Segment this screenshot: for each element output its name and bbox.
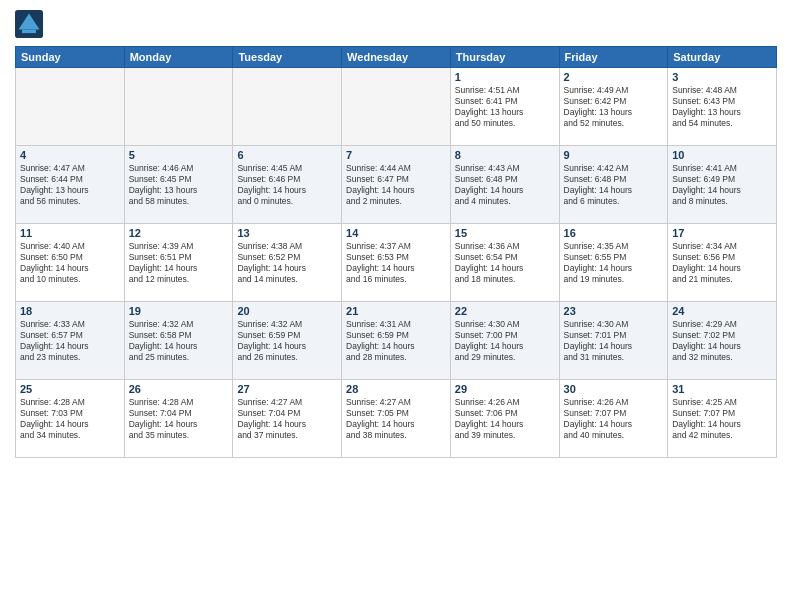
day-number: 27 [237, 383, 337, 395]
day-number: 7 [346, 149, 446, 161]
calendar-cell: 12Sunrise: 4:39 AMSunset: 6:51 PMDayligh… [124, 224, 233, 302]
calendar-row-4: 18Sunrise: 4:33 AMSunset: 6:57 PMDayligh… [16, 302, 777, 380]
day-number: 24 [672, 305, 772, 317]
day-number: 2 [564, 71, 664, 83]
day-info: Sunrise: 4:26 AMSunset: 7:06 PMDaylight:… [455, 397, 555, 441]
calendar-cell [16, 68, 125, 146]
calendar-row-3: 11Sunrise: 4:40 AMSunset: 6:50 PMDayligh… [16, 224, 777, 302]
day-number: 23 [564, 305, 664, 317]
calendar-cell: 20Sunrise: 4:32 AMSunset: 6:59 PMDayligh… [233, 302, 342, 380]
day-number: 12 [129, 227, 229, 239]
calendar-cell: 8Sunrise: 4:43 AMSunset: 6:48 PMDaylight… [450, 146, 559, 224]
calendar: SundayMondayTuesdayWednesdayThursdayFrid… [15, 46, 777, 458]
calendar-cell: 4Sunrise: 4:47 AMSunset: 6:44 PMDaylight… [16, 146, 125, 224]
calendar-cell: 2Sunrise: 4:49 AMSunset: 6:42 PMDaylight… [559, 68, 668, 146]
day-info: Sunrise: 4:26 AMSunset: 7:07 PMDaylight:… [564, 397, 664, 441]
day-info: Sunrise: 4:28 AMSunset: 7:04 PMDaylight:… [129, 397, 229, 441]
day-info: Sunrise: 4:36 AMSunset: 6:54 PMDaylight:… [455, 241, 555, 285]
calendar-cell: 31Sunrise: 4:25 AMSunset: 7:07 PMDayligh… [668, 380, 777, 458]
day-info: Sunrise: 4:40 AMSunset: 6:50 PMDaylight:… [20, 241, 120, 285]
day-number: 11 [20, 227, 120, 239]
day-number: 26 [129, 383, 229, 395]
calendar-cell: 15Sunrise: 4:36 AMSunset: 6:54 PMDayligh… [450, 224, 559, 302]
day-info: Sunrise: 4:27 AMSunset: 7:05 PMDaylight:… [346, 397, 446, 441]
day-info: Sunrise: 4:28 AMSunset: 7:03 PMDaylight:… [20, 397, 120, 441]
calendar-cell: 7Sunrise: 4:44 AMSunset: 6:47 PMDaylight… [342, 146, 451, 224]
day-number: 22 [455, 305, 555, 317]
day-number: 25 [20, 383, 120, 395]
calendar-cell: 17Sunrise: 4:34 AMSunset: 6:56 PMDayligh… [668, 224, 777, 302]
day-info: Sunrise: 4:34 AMSunset: 6:56 PMDaylight:… [672, 241, 772, 285]
day-number: 19 [129, 305, 229, 317]
day-info: Sunrise: 4:32 AMSunset: 6:59 PMDaylight:… [237, 319, 337, 363]
day-info: Sunrise: 4:43 AMSunset: 6:48 PMDaylight:… [455, 163, 555, 207]
weekday-header-monday: Monday [124, 47, 233, 68]
day-number: 31 [672, 383, 772, 395]
day-info: Sunrise: 4:51 AMSunset: 6:41 PMDaylight:… [455, 85, 555, 129]
svg-rect-2 [22, 30, 36, 33]
weekday-header-thursday: Thursday [450, 47, 559, 68]
calendar-cell [233, 68, 342, 146]
day-info: Sunrise: 4:47 AMSunset: 6:44 PMDaylight:… [20, 163, 120, 207]
day-number: 20 [237, 305, 337, 317]
day-info: Sunrise: 4:38 AMSunset: 6:52 PMDaylight:… [237, 241, 337, 285]
calendar-cell: 29Sunrise: 4:26 AMSunset: 7:06 PMDayligh… [450, 380, 559, 458]
day-number: 30 [564, 383, 664, 395]
day-number: 28 [346, 383, 446, 395]
day-info: Sunrise: 4:33 AMSunset: 6:57 PMDaylight:… [20, 319, 120, 363]
weekday-header-saturday: Saturday [668, 47, 777, 68]
weekday-header-row: SundayMondayTuesdayWednesdayThursdayFrid… [16, 47, 777, 68]
calendar-cell [124, 68, 233, 146]
day-info: Sunrise: 4:42 AMSunset: 6:48 PMDaylight:… [564, 163, 664, 207]
day-number: 17 [672, 227, 772, 239]
calendar-cell [342, 68, 451, 146]
day-number: 4 [20, 149, 120, 161]
calendar-cell: 1Sunrise: 4:51 AMSunset: 6:41 PMDaylight… [450, 68, 559, 146]
header [15, 10, 777, 38]
calendar-cell: 22Sunrise: 4:30 AMSunset: 7:00 PMDayligh… [450, 302, 559, 380]
calendar-cell: 10Sunrise: 4:41 AMSunset: 6:49 PMDayligh… [668, 146, 777, 224]
calendar-cell: 3Sunrise: 4:48 AMSunset: 6:43 PMDaylight… [668, 68, 777, 146]
weekday-header-sunday: Sunday [16, 47, 125, 68]
day-number: 5 [129, 149, 229, 161]
day-number: 29 [455, 383, 555, 395]
calendar-cell: 26Sunrise: 4:28 AMSunset: 7:04 PMDayligh… [124, 380, 233, 458]
logo-icon [15, 10, 43, 38]
calendar-cell: 18Sunrise: 4:33 AMSunset: 6:57 PMDayligh… [16, 302, 125, 380]
day-info: Sunrise: 4:27 AMSunset: 7:04 PMDaylight:… [237, 397, 337, 441]
day-info: Sunrise: 4:31 AMSunset: 6:59 PMDaylight:… [346, 319, 446, 363]
calendar-row-1: 1Sunrise: 4:51 AMSunset: 6:41 PMDaylight… [16, 68, 777, 146]
calendar-cell: 30Sunrise: 4:26 AMSunset: 7:07 PMDayligh… [559, 380, 668, 458]
calendar-row-2: 4Sunrise: 4:47 AMSunset: 6:44 PMDaylight… [16, 146, 777, 224]
logo [15, 10, 45, 38]
day-number: 18 [20, 305, 120, 317]
calendar-cell: 11Sunrise: 4:40 AMSunset: 6:50 PMDayligh… [16, 224, 125, 302]
day-number: 1 [455, 71, 555, 83]
day-info: Sunrise: 4:49 AMSunset: 6:42 PMDaylight:… [564, 85, 664, 129]
day-info: Sunrise: 4:25 AMSunset: 7:07 PMDaylight:… [672, 397, 772, 441]
day-info: Sunrise: 4:37 AMSunset: 6:53 PMDaylight:… [346, 241, 446, 285]
calendar-cell: 24Sunrise: 4:29 AMSunset: 7:02 PMDayligh… [668, 302, 777, 380]
day-info: Sunrise: 4:41 AMSunset: 6:49 PMDaylight:… [672, 163, 772, 207]
day-info: Sunrise: 4:46 AMSunset: 6:45 PMDaylight:… [129, 163, 229, 207]
weekday-header-friday: Friday [559, 47, 668, 68]
day-info: Sunrise: 4:39 AMSunset: 6:51 PMDaylight:… [129, 241, 229, 285]
day-number: 14 [346, 227, 446, 239]
day-info: Sunrise: 4:48 AMSunset: 6:43 PMDaylight:… [672, 85, 772, 129]
calendar-cell: 28Sunrise: 4:27 AMSunset: 7:05 PMDayligh… [342, 380, 451, 458]
day-number: 8 [455, 149, 555, 161]
day-number: 15 [455, 227, 555, 239]
day-info: Sunrise: 4:45 AMSunset: 6:46 PMDaylight:… [237, 163, 337, 207]
day-info: Sunrise: 4:29 AMSunset: 7:02 PMDaylight:… [672, 319, 772, 363]
day-info: Sunrise: 4:30 AMSunset: 7:00 PMDaylight:… [455, 319, 555, 363]
calendar-cell: 23Sunrise: 4:30 AMSunset: 7:01 PMDayligh… [559, 302, 668, 380]
weekday-header-wednesday: Wednesday [342, 47, 451, 68]
day-info: Sunrise: 4:44 AMSunset: 6:47 PMDaylight:… [346, 163, 446, 207]
calendar-cell: 6Sunrise: 4:45 AMSunset: 6:46 PMDaylight… [233, 146, 342, 224]
day-number: 16 [564, 227, 664, 239]
day-number: 13 [237, 227, 337, 239]
day-number: 10 [672, 149, 772, 161]
day-info: Sunrise: 4:35 AMSunset: 6:55 PMDaylight:… [564, 241, 664, 285]
calendar-cell: 27Sunrise: 4:27 AMSunset: 7:04 PMDayligh… [233, 380, 342, 458]
calendar-cell: 19Sunrise: 4:32 AMSunset: 6:58 PMDayligh… [124, 302, 233, 380]
